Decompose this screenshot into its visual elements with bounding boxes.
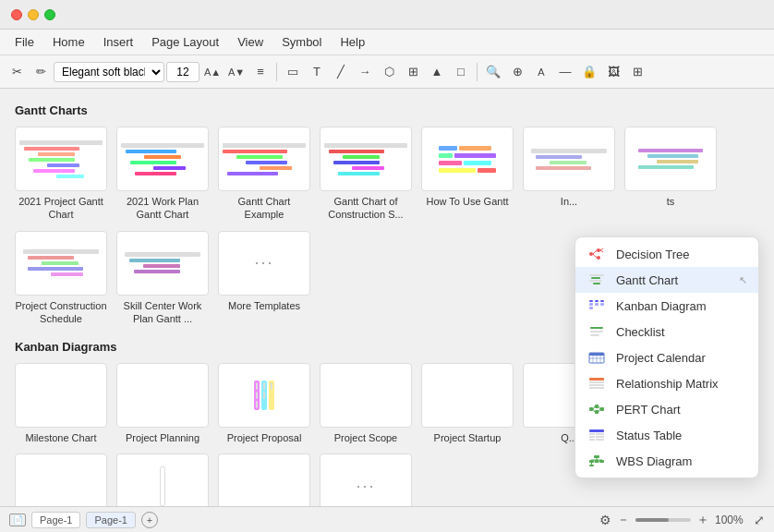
table-icon[interactable]: ⊞ — [402, 61, 424, 83]
template-thumb — [116, 453, 209, 506]
cursor-indicator: ↖ — [739, 274, 747, 286]
dropdown-item-kanban[interactable]: Kanban Diagram — [575, 293, 758, 319]
dropdown-item-project-calendar[interactable]: Project Calendar — [575, 345, 758, 370]
dropdown-label: Gantt Chart — [616, 273, 730, 287]
template-item[interactable]: Project Startup — [421, 363, 514, 444]
template-item[interactable]: How To Use Gantt — [421, 127, 514, 222]
align-icon[interactable]: ≡ — [249, 61, 272, 83]
template-label: More Templates — [218, 299, 310, 312]
template-item[interactable]: Skill Center Work Plan Gantt ... — [116, 231, 209, 326]
svg-line-37 — [593, 409, 595, 412]
template-thumb — [523, 127, 615, 191]
current-page-tab[interactable]: Page-1 — [86, 512, 135, 528]
line-icon[interactable]: ╱ — [330, 61, 352, 83]
menu-symbol[interactable]: Symbol — [274, 33, 329, 51]
page-tab[interactable]: Page-1 — [31, 512, 80, 528]
maximize-button[interactable] — [44, 9, 55, 20]
dropdown-label: Decision Tree — [616, 248, 747, 261]
template-item[interactable]: ··· More Templates — [218, 231, 310, 326]
svg-rect-10 — [593, 283, 600, 284]
font-size-input[interactable] — [166, 62, 200, 82]
search-icon[interactable]: 🔍 — [482, 61, 504, 83]
grid-icon[interactable]: ⊞ — [626, 61, 648, 83]
menu-help[interactable]: Help — [333, 33, 372, 51]
dropdown-item-pert-chart[interactable]: PERT Chart — [575, 396, 758, 422]
color-icon[interactable]: A — [530, 61, 552, 83]
more-dots: ··· — [254, 253, 273, 272]
template-item[interactable]: ts — [624, 127, 717, 222]
template-item[interactable]: Project Planning — [116, 363, 209, 444]
gantt-section-title: Gantt Charts — [15, 103, 759, 117]
shape-icon[interactable]: □ — [450, 61, 472, 83]
text-icon[interactable]: T — [306, 61, 328, 83]
template-thumb — [218, 453, 310, 506]
template-thumb — [15, 453, 107, 506]
add-page-button[interactable]: + — [141, 512, 158, 528]
chart-icon[interactable]: ▲ — [426, 61, 448, 83]
pen-icon[interactable]: ✏ — [30, 61, 52, 83]
zoom-slider[interactable] — [635, 518, 691, 522]
menu-home[interactable]: Home — [45, 33, 92, 51]
svg-rect-54 — [589, 465, 594, 466]
font-selector[interactable]: Elegant soft black — [54, 62, 164, 82]
svg-rect-51 — [595, 460, 599, 463]
zoom-icon[interactable]: ⊕ — [506, 61, 528, 83]
template-item[interactable]: Gantt Chart Example — [218, 127, 310, 222]
zoom-in-button[interactable]: ＋ — [696, 512, 709, 528]
template-thumb — [218, 127, 310, 191]
dropdown-item-wbs-diagram[interactable]: WBS Diagram — [575, 448, 758, 474]
template-thumb: ··· — [320, 453, 412, 506]
lock-icon[interactable]: 🔒 — [578, 61, 600, 83]
menu-page-layout[interactable]: Page Layout — [144, 33, 226, 51]
template-item[interactable]: Project Construction Schedule — [15, 231, 107, 326]
dropdown-item-relationship-matrix[interactable]: Relationship Matrix — [575, 370, 758, 396]
line-style-icon[interactable]: — — [554, 61, 576, 83]
dropdown-item-checklist[interactable]: ✓ Checklist — [575, 319, 758, 345]
svg-rect-30 — [589, 384, 604, 386]
svg-point-0 — [589, 252, 593, 256]
font-increase-icon[interactable]: A▲ — [201, 61, 224, 83]
dropdown-item-status-table[interactable]: Status Table — [575, 422, 758, 448]
image-icon[interactable]: 🖼 — [602, 61, 624, 83]
svg-rect-32 — [589, 407, 593, 411]
svg-rect-20 — [590, 334, 599, 336]
template-label: Project Construction Schedule — [15, 299, 107, 326]
template-item[interactable]: 2021 Work Plan Gantt Chart — [116, 127, 209, 222]
fullscreen-button[interactable]: ⤢ — [754, 513, 765, 527]
menu-view[interactable]: View — [230, 33, 271, 51]
template-item[interactable]: Project Proposal — [218, 363, 310, 444]
template-thumb — [116, 127, 209, 191]
template-label: 2021 Project Gantt Chart — [15, 195, 107, 222]
template-item[interactable]: User Interview — [116, 453, 209, 506]
zoom-out-button[interactable]: － — [617, 512, 630, 528]
menu-insert[interactable]: Insert — [96, 33, 141, 51]
template-label: ts — [624, 195, 717, 208]
template-item[interactable]: Work Plan — [218, 453, 310, 506]
rect-icon[interactable]: ▭ — [282, 61, 304, 83]
template-item[interactable]: ··· More Templates — [320, 453, 412, 506]
svg-rect-47 — [594, 455, 599, 458]
arrow-icon[interactable]: → — [354, 61, 376, 83]
template-thumb — [421, 363, 514, 428]
template-item[interactable]: Milestone Chart — [15, 363, 107, 444]
template-thumb — [15, 127, 107, 191]
menu-file[interactable]: File — [7, 33, 42, 51]
template-item[interactable]: Start Stop Continue Retrospe... — [15, 453, 107, 506]
separator-2 — [477, 63, 478, 81]
cut-icon[interactable]: ✂ — [6, 61, 28, 83]
template-item[interactable]: In... — [523, 127, 615, 222]
dropdown-item-decision-tree[interactable]: Decision Tree — [575, 241, 758, 267]
more-dots-2: ··· — [356, 477, 375, 496]
template-thumb — [624, 127, 717, 191]
svg-rect-40 — [589, 429, 604, 432]
dropdown-item-gantt-chart[interactable]: Gantt Chart ↖ — [575, 267, 758, 293]
minimize-button[interactable] — [28, 9, 39, 20]
font-decrease-icon[interactable]: A▼ — [225, 61, 248, 83]
template-item[interactable]: 2021 Project Gantt Chart — [15, 127, 107, 222]
template-item[interactable]: Gantt Chart of Construction S... — [320, 127, 412, 222]
layers-icon[interactable]: ⬡ — [378, 61, 400, 83]
close-button[interactable] — [11, 9, 22, 20]
svg-line-1 — [593, 250, 597, 254]
template-item[interactable]: Project Scope — [320, 363, 412, 444]
settings-icon[interactable]: ⚙ — [599, 513, 611, 527]
